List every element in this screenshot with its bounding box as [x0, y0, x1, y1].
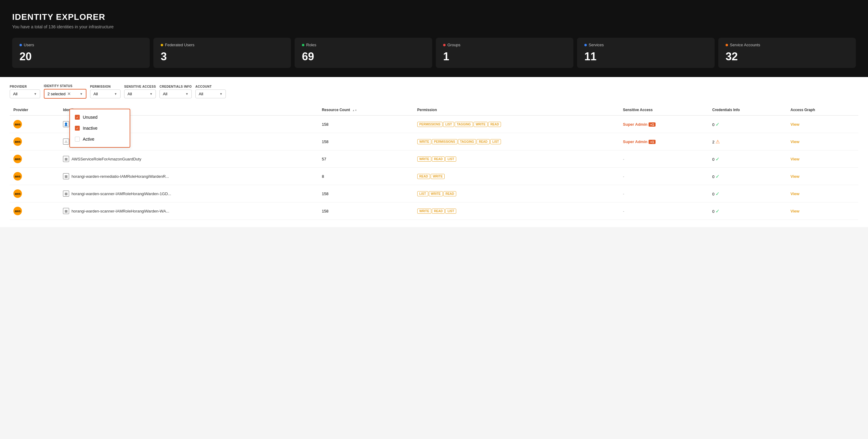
identity-type-icon: ▦	[63, 191, 69, 197]
col-resource-count: Resource Count ▲▼	[318, 105, 413, 115]
account-value: All	[199, 92, 203, 96]
identity-status-select[interactable]: 2 selected ✕ ▼	[44, 89, 87, 99]
identity-type-icon: ▦	[63, 173, 69, 179]
cell-provider: aws	[10, 202, 59, 220]
cell-access-graph[interactable]: View	[787, 150, 858, 168]
sensitive-access-chevron-icon: ▼	[149, 92, 153, 96]
permission-tag: LIST	[490, 139, 501, 144]
aws-icon: aws	[13, 137, 22, 146]
cell-permission: WRITEREADLIST	[413, 150, 619, 168]
cell-identity: ▦ horangi-warden-scanner-IAMRoleHorangiW…	[59, 185, 318, 202]
sensitive-access-dash: -	[623, 157, 624, 162]
credentials-info-value: All	[163, 92, 167, 96]
aws-icon: aws	[13, 207, 22, 215]
resource-count-sort-icon[interactable]: ▲▼	[352, 109, 357, 112]
cell-access-graph[interactable]: View	[787, 168, 858, 185]
stat-card-services[interactable]: Services 11	[577, 38, 715, 68]
table-row: aws 👤 atla... 158PERMISSIONSLISTTAGGINGW…	[10, 115, 858, 133]
permission-tag: WRITE	[417, 139, 431, 144]
col-permission: Permission	[413, 105, 619, 115]
stat-dot-icon	[725, 44, 728, 46]
provider-filter-group: PROVIDER All ▼	[10, 85, 40, 98]
cell-permission: READWRITE	[413, 168, 619, 185]
stat-dot-icon	[302, 44, 304, 46]
content-section: PROVIDER All ▼ IDENTITY STATUS 2 selecte…	[0, 77, 868, 227]
view-link[interactable]: View	[790, 122, 799, 127]
account-select[interactable]: All ▼	[195, 89, 226, 98]
identity-status-value: 2 selected	[48, 92, 65, 96]
clear-identity-status-icon[interactable]: ✕	[67, 91, 71, 96]
cell-resource-count: 158	[318, 202, 413, 220]
permission-tag: LIST	[417, 191, 428, 196]
cell-credentials-info: 0 ✓	[709, 150, 787, 168]
aws-icon: aws	[13, 155, 22, 163]
checkbox-inactive[interactable]	[75, 126, 80, 130]
stat-card-users[interactable]: Users 20	[12, 38, 150, 68]
view-link[interactable]: View	[790, 192, 799, 196]
sensitive-access-dash: -	[623, 174, 624, 179]
stat-card-federated-users[interactable]: Federated Users 3	[153, 38, 291, 68]
dropdown-item-unused[interactable]: Unused	[70, 112, 130, 123]
cell-access-graph[interactable]: View	[787, 202, 858, 220]
permission-tag: READ	[432, 208, 445, 214]
view-link[interactable]: View	[790, 209, 799, 213]
permission-select[interactable]: All ▼	[90, 89, 121, 98]
cell-access-graph[interactable]: View	[787, 133, 858, 150]
checkbox-active[interactable]	[75, 137, 80, 142]
stat-card-groups[interactable]: Groups 1	[436, 38, 574, 68]
account-label: ACCOUNT	[195, 85, 226, 88]
permission-tag: LIST	[445, 208, 456, 214]
stat-card-service-accounts[interactable]: Service Accounts 32	[718, 38, 856, 68]
permission-tag: READ	[488, 122, 501, 127]
provider-label: PROVIDER	[10, 85, 40, 88]
dropdown-item-label: Active	[83, 137, 94, 142]
view-link[interactable]: View	[790, 140, 799, 144]
permission-tag: READ	[476, 139, 489, 144]
stat-label: Service Accounts	[725, 42, 848, 47]
cell-resource-count: 57	[318, 150, 413, 168]
table-header-row: Provider Identity Resource Count ▲▼ Perm…	[10, 105, 858, 115]
sensitive-access-plus: +1	[649, 140, 656, 144]
stat-number: 32	[725, 50, 848, 63]
cell-identity: ▦ AWSServiceRoleForAmazonGuardDuty	[59, 150, 318, 168]
credentials-warn-icon: ⚠	[715, 139, 720, 144]
identity-name: horangi-warden-scanner-IAMRoleHorangiWar…	[71, 209, 169, 213]
sensitive-access-select[interactable]: All ▼	[124, 89, 156, 98]
provider-chevron-icon: ▼	[34, 92, 37, 96]
permission-tag: WRITE	[417, 208, 431, 214]
stat-label: Users	[20, 42, 143, 47]
cell-sensitive-access: Super Admin+1	[619, 115, 709, 133]
sensitive-access-dash: -	[623, 209, 624, 213]
cell-permission: PERMISSIONSLISTTAGGINGWRITEREAD	[413, 115, 619, 133]
stat-card-roles[interactable]: Roles 69	[294, 38, 432, 68]
provider-value: All	[13, 92, 17, 96]
stat-dot-icon	[584, 44, 587, 46]
cell-credentials-info: 0 ✓	[709, 202, 787, 220]
identity-status-dropdown: Unused Inactive Active	[69, 109, 130, 148]
credentials-info-label: CREDENTIALS INFO	[159, 85, 192, 88]
stat-number: 20	[20, 50, 143, 63]
col-provider: Provider	[10, 105, 59, 115]
dropdown-item-active[interactable]: Active	[70, 134, 130, 145]
col-access-graph: Access Graph	[787, 105, 858, 115]
cell-credentials-info: 0 ✓	[709, 185, 787, 202]
cell-provider: aws	[10, 115, 59, 133]
cell-access-graph[interactable]: View	[787, 115, 858, 133]
identity-type-icon: 👤	[63, 121, 69, 127]
dropdown-item-inactive[interactable]: Inactive	[70, 123, 130, 134]
view-link[interactable]: View	[790, 157, 799, 162]
permission-tag: WRITE	[473, 122, 488, 127]
sensitive-access-label: Super Admin	[623, 122, 647, 127]
cell-credentials-info: 2 ⚠	[709, 133, 787, 150]
cell-resource-count: 158	[318, 133, 413, 150]
checkbox-unused[interactable]	[75, 115, 80, 120]
provider-select[interactable]: All ▼	[10, 89, 40, 98]
cell-access-graph[interactable]: View	[787, 185, 858, 202]
stat-dot-icon	[20, 44, 22, 46]
stat-label: Groups	[443, 42, 566, 47]
cell-provider: aws	[10, 168, 59, 185]
credentials-info-select[interactable]: All ▼	[159, 89, 192, 98]
view-link[interactable]: View	[790, 174, 799, 179]
permission-tag: PERMISSIONS	[432, 139, 457, 144]
permission-tag: TAGGING	[455, 122, 473, 127]
